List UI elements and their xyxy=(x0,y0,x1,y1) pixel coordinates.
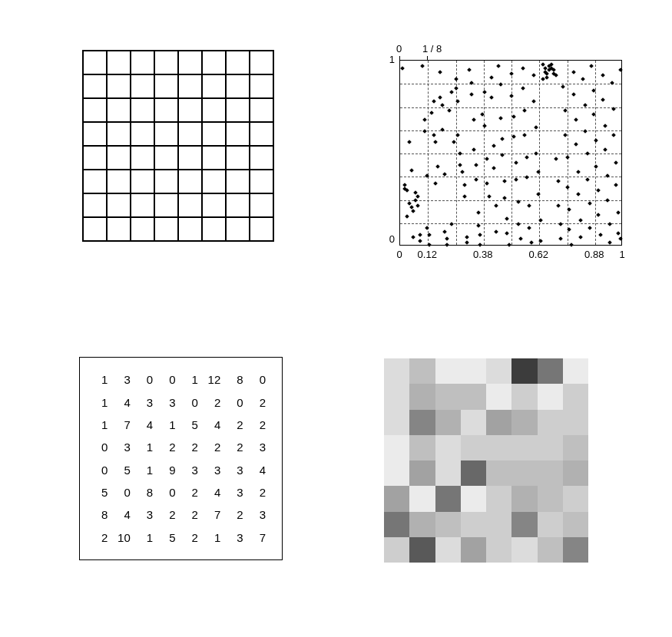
scatter-point xyxy=(601,97,605,102)
y-tick-1: 1 xyxy=(386,54,395,65)
table-row: 14330202 xyxy=(91,391,271,413)
scatter-point xyxy=(454,86,458,91)
grid-cell xyxy=(250,170,273,193)
scatter-point xyxy=(571,70,576,74)
table-cell: 3 xyxy=(204,459,226,481)
heatmap-cell xyxy=(486,435,511,460)
table-cell: 9 xyxy=(158,459,180,481)
grid-cell xyxy=(154,146,178,170)
grid-cell xyxy=(226,170,250,193)
table-cell: 1 xyxy=(204,526,226,549)
heatmap-cell xyxy=(511,486,537,511)
scatter-point xyxy=(574,118,578,123)
scatter-point xyxy=(603,147,607,152)
heatmap-cell xyxy=(511,358,537,384)
grid-box xyxy=(82,50,274,242)
heatmap-cell xyxy=(511,460,537,486)
scatter-point xyxy=(487,194,492,199)
table-cell: 2 xyxy=(158,503,180,526)
scatter-point xyxy=(554,157,558,161)
heatmap-cell xyxy=(409,512,435,537)
grid-cell xyxy=(131,217,154,241)
grid-cell xyxy=(178,51,202,74)
scatter-point xyxy=(509,94,514,98)
table-cell: 1 xyxy=(136,459,158,481)
grid-cell xyxy=(178,170,202,193)
scatter-point xyxy=(456,99,461,104)
table-cell: 0 xyxy=(113,481,135,503)
scatter-point xyxy=(596,213,601,217)
heatmap-cell xyxy=(384,410,409,435)
table-row: 50802432 xyxy=(91,481,271,503)
heatmap-cell xyxy=(384,486,409,511)
scatter-point xyxy=(472,118,476,123)
x-tick-label: 0.62 xyxy=(529,249,548,260)
heatmap-cell xyxy=(486,460,511,486)
heatmap-cell xyxy=(435,410,461,435)
scatter-point xyxy=(418,233,422,238)
grid-cell xyxy=(131,51,154,74)
table-cell: 2 xyxy=(249,414,271,436)
scatter-point xyxy=(422,118,427,123)
table-cell: 2 xyxy=(181,503,204,526)
scatter-point xyxy=(574,142,578,147)
table-row: 17415422 xyxy=(91,414,271,436)
scatter-point xyxy=(569,243,574,247)
table-cell: 3 xyxy=(249,503,271,526)
scatter-point xyxy=(432,99,436,104)
grid-cell xyxy=(226,98,250,122)
grid-cell xyxy=(131,74,154,98)
scatter-point xyxy=(405,214,409,219)
heatmap-cell xyxy=(435,384,461,409)
scatter-point xyxy=(596,189,601,193)
heatmap-cell xyxy=(384,358,409,384)
table-cell: 8 xyxy=(91,503,113,526)
grid-cell xyxy=(250,74,273,98)
panel-heatmap xyxy=(384,358,588,563)
scatter-point xyxy=(438,70,442,74)
heatmap-cell xyxy=(486,384,511,409)
scatter-plot-area xyxy=(399,60,622,246)
grid-cell xyxy=(226,217,250,241)
table-cell: 3 xyxy=(113,368,135,391)
scatter-point xyxy=(501,137,505,141)
scatter-point xyxy=(469,92,474,97)
scatter-point xyxy=(400,66,405,71)
top-tick-1-8 xyxy=(427,56,428,60)
heatmap-cell xyxy=(435,435,461,460)
table-cell: 0 xyxy=(181,391,204,413)
x-tick-label: 0.12 xyxy=(418,249,437,260)
table-cell: 12 xyxy=(204,368,226,391)
figure-page: 0 1 / 8 1 0 00.120.380.620.881 130011280… xyxy=(0,0,672,637)
scatter-point xyxy=(514,177,518,182)
scatter-point xyxy=(525,155,529,160)
scatter-point xyxy=(429,111,434,115)
scatter-point xyxy=(578,235,583,239)
table-cell: 4 xyxy=(113,503,135,526)
table-cell: 0 xyxy=(249,368,271,391)
heatmap-cell xyxy=(563,537,588,563)
table-cell: 2 xyxy=(181,481,204,503)
heatmap-cell xyxy=(511,384,537,409)
heatmap-cell xyxy=(409,384,435,409)
scatter-point xyxy=(489,75,494,80)
grid-cell xyxy=(83,51,107,74)
grid-cell xyxy=(202,217,226,241)
scatter-point xyxy=(607,240,612,245)
heatmap-cell xyxy=(486,358,511,384)
grid-cell xyxy=(83,122,107,146)
heatmap-cell xyxy=(563,410,588,435)
heatmap-cell xyxy=(435,537,461,563)
grid-cell xyxy=(154,170,178,193)
scatter-point xyxy=(485,181,489,186)
scatter-point xyxy=(588,201,592,206)
heatmap-cell xyxy=(538,435,563,460)
scatter-point xyxy=(556,203,561,208)
table-cell: 5 xyxy=(113,459,135,481)
scatter-point xyxy=(509,71,514,76)
grid-cell xyxy=(226,193,250,217)
panel-count-matrix: 1300112801433020217415422031222230519333… xyxy=(91,368,271,549)
scatter-point xyxy=(565,155,570,160)
heatmap-cell xyxy=(486,537,511,563)
heatmap-cell xyxy=(461,460,486,486)
